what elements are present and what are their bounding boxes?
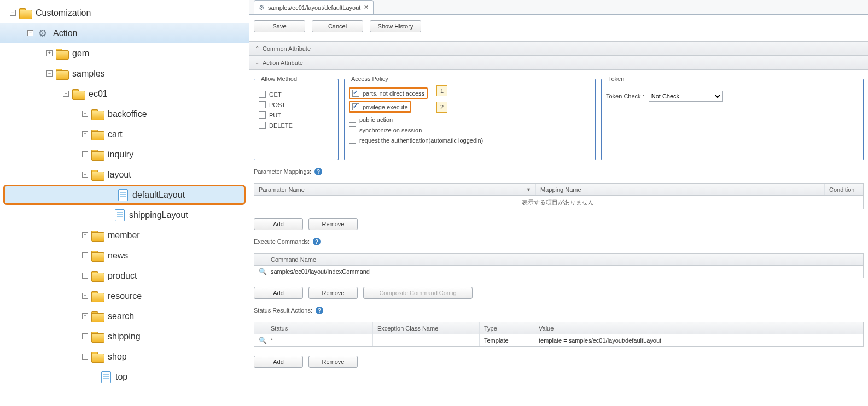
expand-icon[interactable]: + xyxy=(82,151,88,157)
gear-icon: ⚙ xyxy=(259,4,265,11)
composite-config-button[interactable]: Composite Command Config xyxy=(363,287,473,299)
expand-icon[interactable]: + xyxy=(82,354,88,360)
checkbox[interactable] xyxy=(259,111,266,119)
col-command-name[interactable]: Command Name xyxy=(266,254,863,265)
collapse-icon[interactable]: − xyxy=(10,10,16,16)
tree-label: shippingLayout xyxy=(129,210,188,220)
expand-icon[interactable]: + xyxy=(46,50,53,56)
magnifier-icon[interactable]: 🔍 xyxy=(259,268,266,275)
expand-icon[interactable]: + xyxy=(82,252,88,258)
tab-defaultlayout[interactable]: ⚙ samples/ec01/layout/defaultLayout ✕ xyxy=(254,0,374,14)
cb-put[interactable]: PUT xyxy=(259,111,334,119)
param-add-button[interactable]: Add xyxy=(254,218,303,230)
help-icon[interactable]: ? xyxy=(313,238,321,245)
cancel-button[interactable]: Cancel xyxy=(312,20,363,32)
cb-parts[interactable]: parts. not direct access xyxy=(352,90,424,97)
tree-action[interactable]: − ⚙ Action xyxy=(0,23,249,43)
tree-top[interactable]: top xyxy=(0,367,249,387)
token-select[interactable]: Not Check xyxy=(649,91,723,102)
help-icon[interactable]: ? xyxy=(316,307,323,314)
expand-icon[interactable]: + xyxy=(82,131,88,137)
tree-news[interactable]: + news xyxy=(0,245,249,266)
help-icon[interactable]: ? xyxy=(314,168,322,175)
tree-ec01[interactable]: − ec01 xyxy=(0,84,249,104)
checkbox[interactable] xyxy=(352,90,359,97)
close-icon[interactable]: ✕ xyxy=(364,4,369,11)
cb-get[interactable]: GET xyxy=(259,91,334,98)
cb-sync[interactable]: synchronize on session xyxy=(349,126,591,133)
exec-remove-button[interactable]: Remove xyxy=(308,287,358,299)
status-add-button[interactable]: Add xyxy=(254,356,303,368)
toolbar: Save Cancel Show History xyxy=(249,15,868,42)
cb-priv[interactable]: privilege execute xyxy=(352,103,408,110)
tree-cart[interactable]: + cart xyxy=(0,124,249,144)
tree-label: layout xyxy=(108,170,131,180)
checkbox[interactable] xyxy=(352,103,359,110)
col-type[interactable]: Type xyxy=(480,322,534,334)
col-icon xyxy=(254,322,266,334)
tree-resource[interactable]: + resource xyxy=(0,286,249,306)
expand-icon[interactable]: + xyxy=(82,232,88,238)
tree-layout[interactable]: − layout xyxy=(0,164,249,185)
collapse-icon[interactable]: − xyxy=(27,30,33,36)
status-row[interactable]: 🔍 * Template template = samples/ec01/lay… xyxy=(254,334,863,346)
param-remove-button[interactable]: Remove xyxy=(308,218,358,230)
tree-shippinglayout[interactable]: shippingLayout xyxy=(0,205,249,225)
action-body: Allow Method GET POST PUT DELETE Access … xyxy=(249,70,868,370)
col-mapping-name[interactable]: Mapping Name xyxy=(536,184,825,195)
expand-icon[interactable]: + xyxy=(82,333,88,339)
checkbox[interactable] xyxy=(349,126,356,133)
checkbox[interactable] xyxy=(349,116,356,123)
sort-icon: ▼ xyxy=(526,187,531,192)
checkbox[interactable] xyxy=(349,137,356,144)
tree-shop[interactable]: + shop xyxy=(0,346,249,367)
file-icon xyxy=(101,371,111,383)
section-action[interactable]: ⌄ Action Attribute xyxy=(249,56,868,70)
col-value[interactable]: Value xyxy=(534,322,863,334)
collapse-icon[interactable]: − xyxy=(46,70,53,77)
save-button[interactable]: Save xyxy=(254,20,305,32)
col-status[interactable]: Status xyxy=(266,322,373,334)
tree-defaultlayout[interactable]: defaultLayout xyxy=(3,185,246,205)
col-condition[interactable]: Condition xyxy=(825,184,863,195)
tree-label: product xyxy=(108,271,137,281)
magnifier-icon[interactable]: 🔍 xyxy=(259,337,266,344)
folder-icon xyxy=(91,109,103,119)
exec-row[interactable]: 🔍 samples/ec01/layout/IndexCommand xyxy=(254,266,863,278)
cb-auth[interactable]: request the authentication(automatic log… xyxy=(349,137,591,144)
tree-search[interactable]: + search xyxy=(0,306,249,326)
section-title: Common Attribute xyxy=(263,45,311,52)
checkbox[interactable] xyxy=(259,122,266,129)
tree-label: inquiry xyxy=(108,150,133,160)
col-exception[interactable]: Exception Class Name xyxy=(373,322,480,334)
expand-icon[interactable]: + xyxy=(82,273,88,279)
tree-inquiry[interactable]: + inquiry xyxy=(0,144,249,164)
expand-icon[interactable]: + xyxy=(82,111,88,117)
status-title: Status Result Actions: ? xyxy=(254,307,864,314)
checkbox[interactable] xyxy=(259,91,266,98)
cb-post[interactable]: POST xyxy=(259,101,334,108)
status-remove-button[interactable]: Remove xyxy=(308,356,358,368)
expand-icon[interactable]: + xyxy=(82,313,88,319)
tree-shipping[interactable]: + shipping xyxy=(0,326,249,346)
section-common[interactable]: ⌃ Common Attribute xyxy=(249,42,868,56)
fieldset-row: Allow Method GET POST PUT DELETE Access … xyxy=(254,75,864,160)
tree-product[interactable]: + product xyxy=(0,266,249,286)
tree-samples[interactable]: − samples xyxy=(0,63,249,84)
tab-bar: ⚙ samples/ec01/layout/defaultLayout ✕ xyxy=(249,0,868,15)
tree-root[interactable]: − Customization xyxy=(0,3,249,23)
collapse-icon[interactable]: − xyxy=(63,91,69,97)
tree-member[interactable]: + member xyxy=(0,225,249,245)
tree-gem[interactable]: + gem xyxy=(0,43,249,63)
cb-public[interactable]: public action xyxy=(349,116,591,123)
collapse-icon[interactable]: − xyxy=(82,172,88,178)
cell-status: * xyxy=(266,334,373,346)
tree-backoffice[interactable]: + backoffice xyxy=(0,104,249,124)
cb-delete[interactable]: DELETE xyxy=(259,122,334,129)
expand-icon[interactable]: + xyxy=(82,293,88,299)
col-param-name[interactable]: Paramater Name ▼ xyxy=(254,184,536,195)
tree-label: samples xyxy=(72,69,105,79)
exec-add-button[interactable]: Add xyxy=(254,287,303,299)
checkbox[interactable] xyxy=(259,101,266,108)
history-button[interactable]: Show History xyxy=(370,20,421,32)
